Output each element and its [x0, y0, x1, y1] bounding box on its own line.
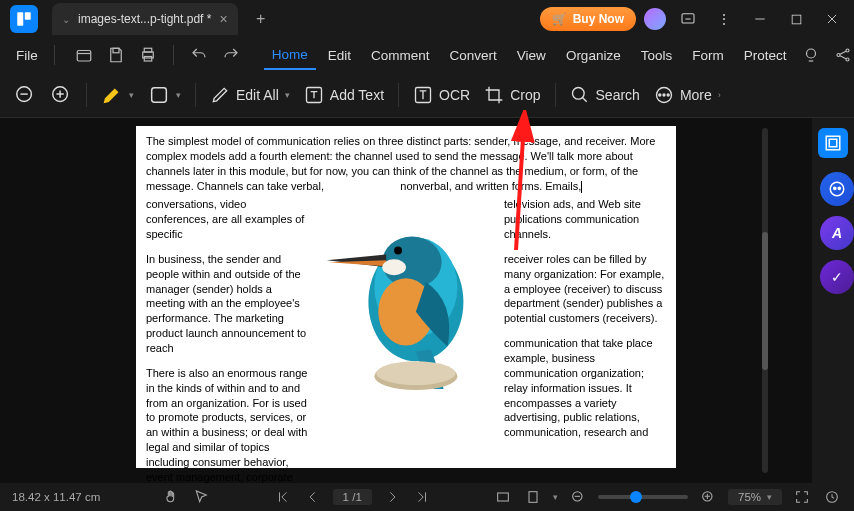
select-tool-icon[interactable]	[191, 487, 211, 507]
svg-rect-32	[826, 136, 840, 150]
read-mode-icon[interactable]	[822, 487, 842, 507]
zoom-out-icon[interactable]	[568, 487, 588, 507]
app-logo	[10, 5, 38, 33]
zoom-value: 75%	[738, 491, 761, 503]
undo-icon[interactable]	[186, 42, 212, 68]
menu-form[interactable]: Form	[684, 42, 732, 69]
fit-width-icon[interactable]	[493, 487, 513, 507]
zoom-slider-thumb[interactable]	[630, 491, 642, 503]
last-page-icon[interactable]	[412, 487, 432, 507]
chevron-down-icon: ▾	[767, 492, 772, 502]
vertical-scrollbar[interactable]	[762, 128, 768, 473]
svg-point-10	[837, 54, 840, 57]
pdf-page[interactable]: The simplest model of communication reli…	[136, 126, 676, 468]
bulb-icon[interactable]	[798, 42, 824, 68]
share-icon[interactable]	[830, 42, 854, 68]
svg-rect-2	[682, 14, 694, 23]
add-text-button[interactable]: Add Text	[304, 85, 384, 105]
first-page-icon[interactable]	[273, 487, 293, 507]
menu-protect[interactable]: Protect	[736, 42, 795, 69]
crop-button[interactable]: Crop	[484, 85, 540, 105]
body-text: television ads, and Web site publication…	[504, 197, 666, 242]
feedback-icon[interactable]	[674, 5, 702, 33]
menu-view[interactable]: View	[509, 42, 554, 69]
body-text: conversations, video conferences, are al…	[146, 197, 308, 242]
new-tab-button[interactable]: +	[248, 6, 274, 32]
separator	[398, 83, 399, 107]
ocr-button[interactable]: OCR	[413, 85, 470, 105]
body-text: nonverbal, and written forms. Emails,	[400, 180, 581, 192]
menu-organize[interactable]: Organize	[558, 42, 629, 69]
chevron-down-icon: ▾	[176, 90, 181, 100]
zoom-percent[interactable]: 75%▾	[728, 489, 782, 505]
body-text: In business, the sender and people withi…	[146, 252, 308, 356]
properties-panel-button[interactable]	[818, 128, 848, 158]
close-window-icon[interactable]	[818, 5, 846, 33]
scrollbar-thumb[interactable]	[762, 232, 768, 370]
close-tab-icon[interactable]: ×	[219, 11, 227, 27]
svg-point-29	[382, 260, 406, 276]
svg-rect-33	[829, 139, 837, 147]
shape-button[interactable]: ▾	[148, 84, 181, 106]
maximize-icon[interactable]	[782, 5, 810, 33]
zoom-out-button[interactable]	[14, 84, 36, 106]
svg-point-38	[834, 187, 836, 189]
assistant-chat-button[interactable]	[820, 172, 854, 206]
highlighter-button[interactable]: ▾	[101, 84, 134, 106]
edit-all-label: Edit All	[236, 87, 279, 103]
page-indicator[interactable]: 1 /1	[333, 489, 372, 505]
more-label: More	[680, 87, 712, 103]
separator	[54, 45, 55, 65]
menu-file[interactable]: File	[8, 42, 46, 69]
text-cursor	[581, 181, 582, 193]
svg-rect-8	[144, 57, 152, 62]
document-tab[interactable]: ⌄ images-text...p-tight.pdf * ×	[52, 3, 238, 35]
check-button[interactable]	[820, 260, 854, 294]
print-icon[interactable]	[135, 42, 161, 68]
svg-point-37	[830, 182, 844, 196]
svg-point-9	[807, 49, 816, 58]
body-text: receiver roles can be filled by many org…	[504, 252, 666, 326]
menu-home[interactable]: Home	[264, 41, 316, 70]
hand-tool-icon[interactable]	[161, 487, 181, 507]
prev-page-icon[interactable]	[303, 487, 323, 507]
ai-a-button[interactable]: A	[820, 216, 854, 250]
save-icon[interactable]	[103, 42, 129, 68]
menu-tools[interactable]: Tools	[633, 42, 681, 69]
separator	[195, 83, 196, 107]
body-text: There is also an enormous range in the k…	[146, 366, 308, 483]
edit-all-button[interactable]: Edit All▾	[210, 85, 290, 105]
next-page-icon[interactable]	[382, 487, 402, 507]
zoom-slider[interactable]	[598, 495, 688, 499]
svg-point-18	[572, 87, 584, 99]
search-button[interactable]: Search	[570, 85, 640, 105]
svg-rect-3	[792, 15, 801, 24]
body-text: communication that take place example, b…	[504, 336, 666, 440]
chevron-down-icon: ▾	[285, 90, 290, 100]
coordinates-readout: 18.42 x 11.47 cm	[12, 491, 100, 503]
kebab-menu-icon[interactable]: ⋮	[710, 5, 738, 33]
fullscreen-icon[interactable]	[792, 487, 812, 507]
menu-comment[interactable]: Comment	[363, 42, 438, 69]
separator	[86, 83, 87, 107]
zoom-in-icon[interactable]	[698, 487, 718, 507]
minimize-icon[interactable]	[746, 5, 774, 33]
zoom-in-button[interactable]	[50, 84, 72, 106]
buy-now-button[interactable]: 🛒 Buy Now	[540, 7, 636, 31]
menu-edit[interactable]: Edit	[320, 42, 359, 69]
menu-convert[interactable]: Convert	[442, 42, 505, 69]
fit-page-icon[interactable]	[523, 487, 543, 507]
cart-icon: 🛒	[552, 12, 567, 26]
separator	[555, 83, 556, 107]
chevron-down-icon[interactable]: ▾	[553, 492, 558, 502]
chevron-down-icon: ▾	[129, 90, 134, 100]
redo-icon[interactable]	[218, 42, 244, 68]
kingfisher-image	[316, 193, 496, 391]
tab-title: images-text...p-tight.pdf *	[78, 12, 211, 26]
user-avatar[interactable]	[644, 8, 666, 30]
open-icon[interactable]	[71, 42, 97, 68]
more-button[interactable]: More›	[654, 85, 721, 105]
svg-rect-40	[498, 493, 509, 501]
ocr-label: OCR	[439, 87, 470, 103]
chevron-right-icon: ›	[718, 90, 721, 100]
